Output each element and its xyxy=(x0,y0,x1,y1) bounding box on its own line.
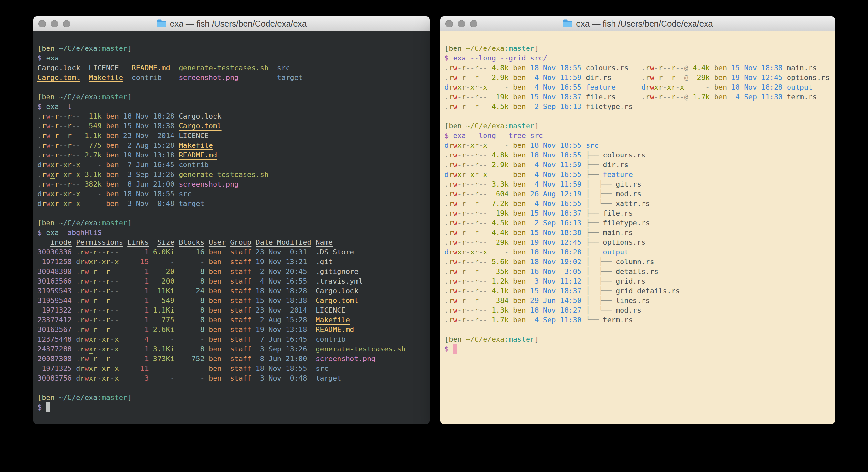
terminal-line: .rw-r--r-- 7.2k ben 4 Nov 16:55 │ └── xa… xyxy=(444,199,831,208)
terminal-line: Cargo.lock LICENCE README.md generate-te… xyxy=(37,63,426,73)
terminal-line: .rw-r--r-- 1.2k ben 3 Nov 11:12 │ ├── gr… xyxy=(444,276,831,286)
terminal-line: [ben ~/C/e/exa:master] xyxy=(444,334,831,344)
terminal-screen-right[interactable]: [ben ~/C/e/exa:master]$ exa --long --gri… xyxy=(440,31,835,424)
terminal-line: .rw-r--r-- 4.1k ben 15 Nov 18:37 │ ├── g… xyxy=(444,286,831,296)
terminal-line: [ben ~/C/e/exa:master] xyxy=(444,121,831,131)
minimize-button[interactable] xyxy=(51,20,58,28)
terminal-window-right: exa — fish /Users/ben/Code/exa/exa [ben … xyxy=(440,17,835,424)
terminal-line: 20087308 .rw-r--r-- 1 373Ki 752 ben staf… xyxy=(37,354,426,364)
terminal-line: drwxr-xr-x - ben 7 Jun 16:45 contrib xyxy=(37,160,426,170)
terminal-line: $ exa --long --tree src xyxy=(444,131,831,141)
terminal-line: [ben ~/C/e/exa:master] xyxy=(37,92,426,102)
terminal-line xyxy=(444,325,831,334)
terminal-line: [ben ~/C/e/exa:master] xyxy=(37,43,426,53)
terminal-line: drwxr-xr-x - ben 18 Nov 18:55 src xyxy=(444,141,831,150)
terminal-line: [ben ~/C/e/exa:master] xyxy=(37,393,426,403)
terminal-line: .rw-r--r-- 2.9k ben 4 Nov 11:59 ├── dir.… xyxy=(444,160,831,170)
terminal-line: .rw-r--r-- 384 ben 29 Jun 14:50 │ ├── li… xyxy=(444,296,831,305)
terminal-line: [ben ~/C/e/exa:master] xyxy=(444,43,831,53)
terminal-line: $ exa -abghHliS xyxy=(37,228,426,238)
terminal-line: $ exa -l xyxy=(37,102,426,112)
terminal-line: .rw-r--r-- 19k ben 15 Nov 18:37 ├── file… xyxy=(444,208,831,218)
terminal-window-left: exa — fish /Users/ben/Code/exa/exa [ben … xyxy=(33,17,430,424)
terminal-line: .rw-r--r-- 4.8k ben 18 Nov 18:55 ├── col… xyxy=(444,150,831,160)
terminal-line: 30163567 .rw-r--r-- 1 2.6Ki 8 ben staff … xyxy=(37,325,426,334)
terminal-line: .rw-r--r-- 3.3k ben 4 Nov 11:59 │ ├── gi… xyxy=(444,179,831,189)
close-button[interactable] xyxy=(38,20,46,28)
window-title: exa — fish /Users/ben/Code/exa/exa xyxy=(576,19,713,29)
terminal-line: 1971258 drwxr-xr-x 15 - - ben staff 19 N… xyxy=(37,257,426,267)
window-title: exa — fish /Users/ben/Code/exa/exa xyxy=(170,19,307,29)
terminal-line: drwxr-xr-x - ben 4 Nov 16:55 feature drw… xyxy=(444,83,831,92)
terminal-line: drwxr-xr-x - ben 18 Nov 18:28 ├── output xyxy=(444,247,831,257)
terminal-line: [ben ~/C/e/exa:master] xyxy=(37,218,426,228)
terminal-line: $ exa --long --grid src/ xyxy=(444,53,831,63)
cursor-block xyxy=(46,403,51,412)
titlebar-left[interactable]: exa — fish /Users/ben/Code/exa/exa xyxy=(33,17,430,31)
zoom-button[interactable] xyxy=(63,20,70,28)
terminal-line: 30163566 .rw-r--r-- 1 200 8 ben staff 4 … xyxy=(37,276,426,286)
terminal-line xyxy=(37,383,426,393)
close-button[interactable] xyxy=(445,20,453,28)
terminal-screen-left[interactable]: [ben ~/C/e/exa:master]$ exaCargo.lock LI… xyxy=(33,31,430,424)
terminal-line: .rw-r--r-- 1.7k ben 4 Sep 11:30 └── term… xyxy=(444,315,831,325)
terminal-line: .rw-r--r-- 4.8k ben 18 Nov 18:55 colours… xyxy=(444,63,831,73)
terminal-line: .rw-r--r-- 2.7k ben 19 Nov 13:18 README.… xyxy=(37,150,426,160)
zoom-button[interactable] xyxy=(470,20,477,28)
terminal-line: .rw-r--r-- 604 ben 26 Aug 12:19 │ ├── mo… xyxy=(444,189,831,199)
terminal-line: .rw-r--r-- 4.5k ben 2 Sep 16:13 ├── file… xyxy=(444,218,831,228)
terminal-line: .rw-r--r-- 19k ben 15 Nov 18:37 file.rs … xyxy=(444,92,831,102)
folder-icon xyxy=(562,19,573,28)
terminal-line: drwxr-xr-x - ben 4 Nov 16:55 ├── feature xyxy=(444,170,831,179)
terminal-line: .rw-r--r-- 775 ben 2 Aug 15:28 Makefile xyxy=(37,141,426,150)
terminal-line: .rw-r--r-- 4.4k ben 15 Nov 18:38 ├── mai… xyxy=(444,228,831,238)
terminal-line xyxy=(444,112,831,121)
terminal-line: .rw-r--r-- 5.6k ben 18 Nov 19:02 │ ├── c… xyxy=(444,257,831,267)
terminal-line: .rw-r--r-- 1.1k ben 23 Nov 2014 LICENCE xyxy=(37,131,426,141)
terminal-line: .rw-r--r-- 382k ben 8 Jun 21:00 screensh… xyxy=(37,179,426,189)
terminal-line: drwxr-xr-x - ben 3 Nov 0:48 target xyxy=(37,199,426,208)
terminal-line: 23377412 .rw-r--r-- 1 775 8 ben staff 2 … xyxy=(37,315,426,325)
terminal-line: .rwxr-xr-x 3.1k ben 3 Sep 13:26 generate… xyxy=(37,170,426,179)
terminal-line: 24377288 .rwxr-xr-x 1 3.1Ki 8 ben staff … xyxy=(37,344,426,354)
cursor-block xyxy=(453,344,458,354)
terminal-line xyxy=(37,83,426,92)
terminal-line: 30048390 .rw-r--r-- 1 20 8 ben staff 2 N… xyxy=(37,267,426,276)
terminal-line: $ xyxy=(444,344,831,354)
terminal-line: 1971325 drwxr-xr-x 11 - - ben staff 18 N… xyxy=(37,364,426,374)
terminal-line: 31959543 .rw-r--r-- 1 11Ki 24 ben staff … xyxy=(37,286,426,296)
terminal-line: $ exa xyxy=(37,53,426,63)
terminal-line: 31959544 .rw-r--r-- 1 549 8 ben staff 15… xyxy=(37,296,426,305)
terminal-line: .rw-r--r-- 549 ben 15 Nov 18:38 Cargo.to… xyxy=(37,121,426,131)
terminal-line: .rw-r--r-- 29k ben 19 Nov 12:45 ├── opti… xyxy=(444,238,831,247)
terminal-line: .rw-r--r-- 1.3k ben 18 Nov 18:27 │ └── m… xyxy=(444,305,831,315)
terminal-line: .rw-r--r-- 4.5k ben 2 Sep 16:13 filetype… xyxy=(444,102,831,112)
terminal-line xyxy=(37,208,426,218)
window-controls xyxy=(38,17,70,31)
terminal-line: 12375448 drwxr-xr-x 4 - - ben staff 7 Ju… xyxy=(37,334,426,344)
terminal-line: inode Permissions Links Size Blocks User… xyxy=(37,238,426,247)
terminal-line: .rw-r--r-- 35k ben 16 Nov 3:05 │ ├── det… xyxy=(444,267,831,276)
terminal-line: .rw-r--r-- 11k ben 18 Nov 18:28 Cargo.lo… xyxy=(37,112,426,121)
terminal-line: .rw-r--r-- 2.9k ben 4 Nov 11:59 dir.rs .… xyxy=(444,73,831,83)
window-controls xyxy=(445,17,477,31)
terminal-line: 30030336 .rw-r--r-- 1 6.0Ki 16 ben staff… xyxy=(37,247,426,257)
terminal-line: 1971322 .rw-r--r-- 1 1.1Ki 8 ben staff 2… xyxy=(37,305,426,315)
folder-icon xyxy=(156,19,167,28)
terminal-line: $ xyxy=(37,403,426,412)
minimize-button[interactable] xyxy=(458,20,465,28)
titlebar-right[interactable]: exa — fish /Users/ben/Code/exa/exa xyxy=(440,17,835,31)
terminal-line: drwxr-xr-x - ben 18 Nov 18:55 src xyxy=(37,189,426,199)
terminal-line: 30083756 drwxr-xr-x 3 - - ben staff 3 No… xyxy=(37,374,426,383)
terminal-line: Cargo.toml Makefile contrib screenshot.p… xyxy=(37,73,426,83)
